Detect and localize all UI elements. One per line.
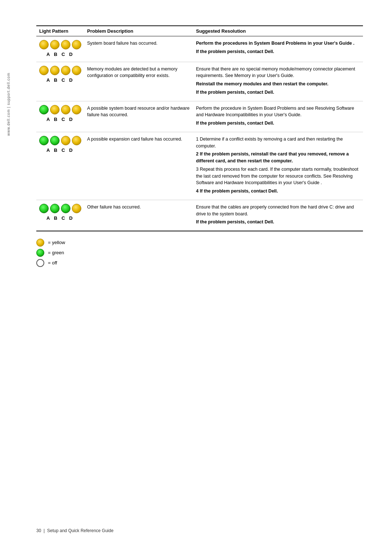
legend-green-icon xyxy=(36,249,44,257)
resolution-line: Ensure that the cables are properly conn… xyxy=(196,204,360,218)
lights-row-4 xyxy=(39,204,81,213)
resolution-line: Perform the procedure in System Board Pr… xyxy=(196,105,360,119)
page-container: www.dell.com | support.dell.com Light Pa… xyxy=(0,0,392,555)
side-text: www.dell.com | support.dell.com xyxy=(7,73,11,136)
light-pattern-cell-3: A B C D xyxy=(36,132,84,200)
abcd-label-2: A B C D xyxy=(39,116,81,123)
resolution-cell-4: Ensure that the cables are properly conn… xyxy=(193,200,363,231)
table-row: A B C DA possible system board resource … xyxy=(36,101,363,132)
light-green xyxy=(50,204,60,213)
resolution-line-numbered: 1 Determine if a conflict exists by remo… xyxy=(196,136,360,150)
legend-off-icon xyxy=(36,259,44,267)
page-number: 30 xyxy=(36,528,41,533)
light-pattern-cell-0: A B C D xyxy=(36,36,84,62)
resolution-line-numbered: 3 Repeat this process for each card. If … xyxy=(196,166,360,186)
abcd-label-3: A B C D xyxy=(39,147,81,154)
resolution-cell-1: Ensure that there are no special memory … xyxy=(193,62,363,101)
legend-off-label: = off xyxy=(48,258,57,268)
light-yellow xyxy=(39,40,49,49)
legend: = yellow = green = off xyxy=(36,238,363,268)
footer: 30 | Setup and Quick Reference Guide xyxy=(36,528,114,533)
light-green xyxy=(39,136,49,145)
lights-row-3 xyxy=(39,136,81,145)
table-row: A B C DOther failure has occurred.Ensure… xyxy=(36,200,363,231)
legend-yellow-icon xyxy=(36,239,44,247)
resolution-cell-3: 1 Determine if a conflict exists by remo… xyxy=(193,132,363,200)
lights-row-2 xyxy=(39,105,81,114)
resolution-line: If the problem persists, contact Dell. xyxy=(196,48,360,55)
resolution-line: Ensure that there are no special memory … xyxy=(196,66,360,80)
problem-cell-3: A possible expansion card failure has oc… xyxy=(84,132,193,200)
footer-separator: | xyxy=(44,528,45,533)
problem-cell-4: Other failure has occurred. xyxy=(84,200,193,231)
light-green xyxy=(50,136,60,145)
table-row: A B C DSystem board failure has occurred… xyxy=(36,36,363,62)
light-yellow xyxy=(50,105,60,114)
legend-green-label: = green xyxy=(48,248,64,258)
header-problem-description: Problem Description xyxy=(84,26,193,36)
header-suggested-resolution: Suggested Resolution xyxy=(193,26,363,36)
problem-cell-1: Memory modules are detected but a memory… xyxy=(84,62,193,101)
resolution-line: Reinstall the memory modules and then re… xyxy=(196,81,360,88)
resolution-line: Perform the procedures in System Board P… xyxy=(196,40,360,47)
light-pattern-cell-2: A B C D xyxy=(36,101,84,132)
resolution-cell-0: Perform the procedures in System Board P… xyxy=(193,36,363,62)
light-yellow xyxy=(72,105,81,114)
light-yellow xyxy=(61,40,70,49)
light-green xyxy=(39,105,49,114)
lights-row-1 xyxy=(39,66,81,75)
light-yellow xyxy=(61,105,70,114)
table-row: A B C DA possible expansion card failure… xyxy=(36,132,363,200)
legend-off-row: = off xyxy=(36,258,363,268)
light-green xyxy=(61,204,70,213)
resolution-line: If the problem persists, contact Dell. xyxy=(196,219,360,226)
legend-yellow-label: = yellow xyxy=(48,238,65,247)
light-yellow xyxy=(72,40,81,49)
resolution-cell-2: Perform the procedure in System Board Pr… xyxy=(193,101,363,132)
abcd-label-0: A B C D xyxy=(39,51,81,58)
abcd-label-4: A B C D xyxy=(39,215,81,222)
legend-yellow-row: = yellow xyxy=(36,238,363,247)
light-yellow xyxy=(72,204,81,213)
lights-row-0 xyxy=(39,40,81,49)
resolution-line-numbered: 4 If the problem persists, contact Dell. xyxy=(196,188,360,195)
light-yellow xyxy=(61,136,70,145)
light-yellow xyxy=(72,66,81,75)
resolution-line: If the problem persists, contact Dell. xyxy=(196,120,360,127)
light-yellow xyxy=(39,66,49,75)
problem-cell-2: A possible system board resource and/or … xyxy=(84,101,193,132)
light-yellow xyxy=(50,40,60,49)
header-light-pattern: Light Pattern xyxy=(36,26,84,36)
table-row: A B C DMemory modules are detected but a… xyxy=(36,62,363,101)
resolution-line: If the problem persists, contact Dell. xyxy=(196,89,360,96)
light-yellow xyxy=(50,66,60,75)
light-yellow xyxy=(72,136,81,145)
light-yellow xyxy=(61,66,70,75)
light-pattern-cell-1: A B C D xyxy=(36,62,84,101)
main-table: Light Pattern Problem Description Sugges… xyxy=(36,25,363,231)
problem-cell-0: System board failure has occurred. xyxy=(84,36,193,62)
legend-green-row: = green xyxy=(36,248,363,258)
abcd-label-1: A B C D xyxy=(39,77,81,84)
light-pattern-cell-4: A B C D xyxy=(36,200,84,231)
footer-title: Setup and Quick Reference Guide xyxy=(47,528,114,533)
light-green xyxy=(39,204,49,213)
resolution-line-numbered: 2 If the problem persists, reinstall the… xyxy=(196,151,360,165)
